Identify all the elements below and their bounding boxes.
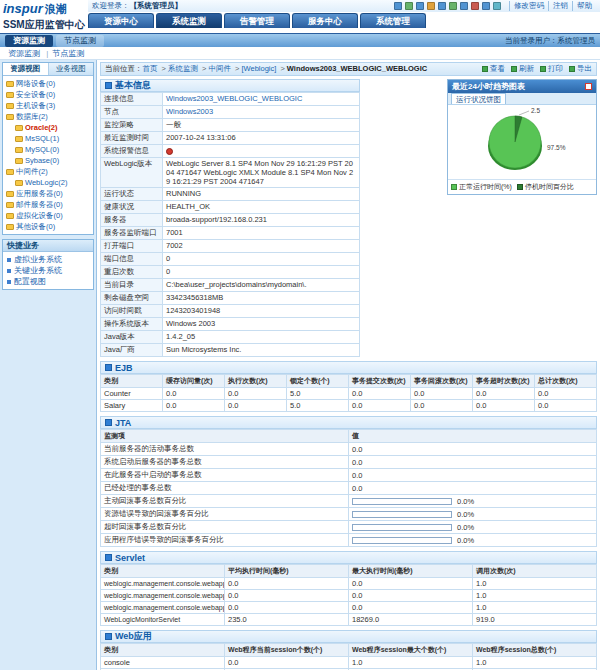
tree-item[interactable]: 其他设备(0) [4,221,92,232]
info-value-cell: 2007-10-24 13:31:06 [163,132,360,145]
tree-item[interactable]: 应用服务器(0) [4,188,92,199]
tree-item[interactable]: Sybase(0) [4,155,92,166]
breadcrumb-action[interactable]: 导出 [569,64,592,74]
folder-icon [6,169,14,175]
tree-item-label: 虚拟化设备(0) [16,210,63,221]
toolbar-icon[interactable] [405,2,413,10]
main-nav-tab[interactable]: 告警管理 [224,13,290,28]
sidebar-view-tab[interactable]: 资源视图 [3,63,49,75]
legend-swatch [451,184,457,190]
main-nav-tab[interactable]: 系统管理 [360,13,426,28]
info-value: 一般 [166,120,181,129]
info-value: C:\bea\user_projects\domains\mydomain\. [166,280,306,289]
alarm-icon [166,148,173,155]
tree-item[interactable]: 安全设备(0) [4,89,92,100]
tree-item[interactable]: 主机设备(3) [4,100,92,111]
table-row: weblogic.management.console.webapp._comm… [101,578,597,590]
quick-link-label: 配置视图 [14,276,46,287]
info-value[interactable]: Windows2003_WEBLOGIC_WEBLOGIC [166,94,302,103]
tree-item[interactable]: 中间件(2) [4,166,92,177]
main-nav-tab[interactable]: 系统监测 [156,13,222,28]
tree-item[interactable]: 网络设备(0) [4,78,92,89]
toolbar-icon[interactable] [482,2,490,10]
secondary-menu-item: 资源监测 | [8,48,52,59]
toolbar-icon[interactable] [449,2,457,10]
toolbar-icon[interactable] [493,2,501,10]
column-header: 事务超时次数(次) [473,375,535,388]
breadcrumb-link[interactable]: [Weblogic] [241,64,276,73]
main-nav-tab[interactable]: 资源中心 [88,13,154,28]
tree-item-label: 中间件(2) [16,166,48,177]
toolbar-icon[interactable] [394,2,402,10]
breadcrumb-link[interactable]: Windows2003_WEBLOGIC_WEBLOGIC [287,64,427,73]
breadcrumb-action[interactable]: 打印 [540,64,563,74]
info-label: 端口信息 [101,253,163,266]
secondary-menu-link[interactable]: 节点监测 [52,49,84,58]
info-label: 服务器 [101,214,163,227]
info-value: 33423456318MB [166,293,223,302]
tree-item[interactable]: 数据库(2) [4,111,92,122]
top-link[interactable]: 注销 [548,1,572,11]
jta-metric-value: 0.0% [349,521,597,534]
cell: 1.0 [473,602,597,614]
progress-value: 0.0% [457,536,474,545]
cell: 1.0 [473,657,597,669]
breadcrumb-action[interactable]: 查看 [482,64,505,74]
panel-settings-icon[interactable] [585,83,592,90]
quick-link[interactable]: 配置视图 [3,276,93,287]
progress-bar [352,537,452,544]
action-label: 打印 [548,64,563,74]
breadcrumb-item: [Weblogic] > [241,64,286,74]
sub-nav-tab[interactable]: 资源监测 [5,35,53,47]
jta-metric-label: 应用程序错误导致的回滚事务百分比 [101,534,349,547]
info-value-cell: 7002 [163,240,360,253]
top-link[interactable]: 修改密码 [509,1,548,11]
top-link[interactable]: 帮助 [572,1,596,11]
legend-swatch [517,184,523,190]
column-header: 平均执行时间(毫秒) [225,565,349,578]
bullet-icon [7,258,11,262]
servlet-section-title: Servlet [100,551,597,564]
sub-nav-tab[interactable]: 节点监测 [56,35,104,47]
secondary-menu-link[interactable]: 资源监测 [8,49,40,58]
breadcrumb-link[interactable]: 首页 [143,64,158,73]
toolbar-icon[interactable] [460,2,468,10]
toolbar-icon[interactable] [427,2,435,10]
breadcrumb-item: 中间件 > [208,64,241,74]
toolbar-icon[interactable] [471,2,479,10]
tree-item[interactable]: MsSQL(1) [4,133,92,144]
tree-item[interactable]: MySQL(0) [4,144,92,155]
pie-chart-tab[interactable]: 运行状况饼图 [451,93,506,104]
cell: 0.0 [225,388,287,400]
breadcrumb-link[interactable]: 中间件 [208,64,231,73]
toolbar-icon[interactable] [438,2,446,10]
section-jta: JTA 监测项值 当前服务器的活动事务总数 0.0 系统启动后服务器的事务 [100,416,597,547]
toolbar-icon[interactable] [416,2,424,10]
info-label: 最近监测时间 [101,132,163,145]
cell: 0.0 [349,400,411,412]
info-row: 连接信息 Windows2003_WEBLOGIC_WEBLOGIC [101,93,360,106]
ejb-table: 类别缓存访问量(次)执行次数(次)锁定个数(个)事务提交次数(次)事务回滚次数(… [100,374,597,412]
action-icon [540,66,546,72]
info-label: 操作系统版本 [101,318,163,331]
breadcrumb-separator: > [160,64,168,73]
main-nav-tab[interactable]: 服务中心 [292,13,358,28]
info-value[interactable]: Windows2003 [166,107,213,116]
info-value: 2007-10-24 13:31:06 [166,133,236,142]
table-row: 在此服务器中启动的事务总数 0.0 [101,469,597,482]
tree-item[interactable]: 虚拟化设备(0) [4,210,92,221]
section-ejb: EJB 类别缓存访问量(次)执行次数(次)锁定个数(个)事务提交次数(次)事务回… [100,361,597,412]
legend-label: 正常运行时间(%) [459,182,512,192]
tree-item[interactable]: Oracle(2) [4,122,92,133]
quick-link[interactable]: 关键业务系统 [3,265,93,276]
breadcrumb-action[interactable]: 刷新 [511,64,534,74]
tree-item[interactable]: 邮件服务器(0) [4,199,92,210]
info-value: Windows 2003 [166,319,215,328]
tree-item[interactable]: WebLogic(2) [4,177,92,188]
column-header: 最大执行时间(毫秒) [349,565,473,578]
sidebar-view-tab[interactable]: 业务视图 [49,63,94,75]
info-row: 访问时间戳 1243203401948 [101,305,360,318]
breadcrumb-link[interactable]: 系统监测 [168,64,198,73]
quick-link[interactable]: 虚拟业务系统 [3,254,93,265]
cell: 1.0 [473,590,597,602]
